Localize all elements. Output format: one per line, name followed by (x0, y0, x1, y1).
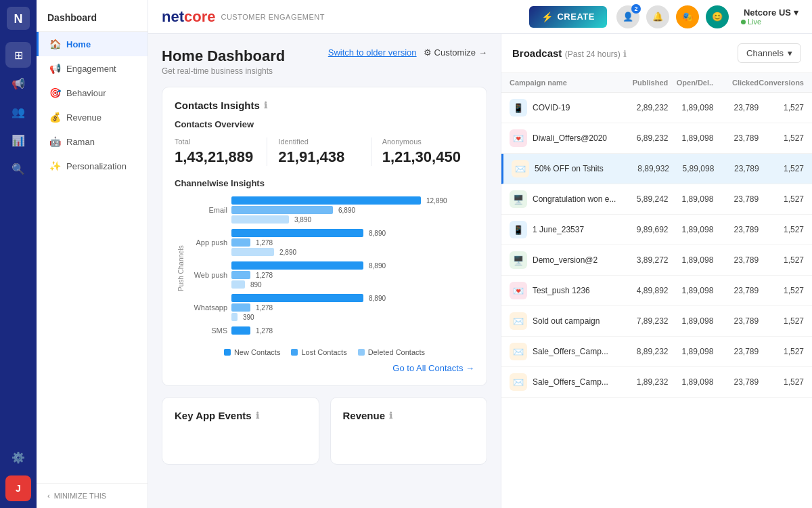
sidebar-item-home[interactable]: 🏠 Home (37, 32, 148, 56)
stat-label-total: Total (175, 137, 256, 146)
bar-value: 8,890 (369, 262, 386, 270)
stat-total: Total 1,43,21,889 (175, 137, 267, 166)
customize-button[interactable]: ⚙ Customize → (424, 47, 487, 58)
col-open: 1,89,098 (669, 377, 714, 387)
bar-label: SMS (187, 326, 227, 335)
bar-deleted (231, 280, 245, 289)
stat-label-anonymous: Anonymous (382, 137, 464, 146)
bar-lost (231, 238, 250, 247)
sidebar-item-engagement[interactable]: 📢 Engagement (37, 56, 148, 81)
home-icon: 🏠 (49, 39, 61, 49)
bar-value: 2,890 (279, 249, 296, 256)
col-conversions: 1,527 (759, 255, 804, 265)
bar-label: Email (187, 206, 227, 214)
broadcast-row: ✉️Sold out campaign7,89,2321,89,09823,78… (501, 306, 812, 337)
col-conversions: 1,527 (759, 133, 804, 143)
sidebar-icon-users[interactable]: 👥 (5, 99, 31, 125)
campaign-name[interactable]: Test_push 1236 (533, 286, 623, 295)
bar-value: 1,278 (256, 272, 273, 279)
sidebar-icon-reports[interactable]: 📊 (5, 127, 31, 153)
chart-row: Whatsapp8,8901,278390 (187, 294, 474, 321)
campaign-name[interactable]: Diwali_Offers@2020 (533, 133, 623, 143)
svg-text:N: N (14, 12, 23, 26)
broadcast-table-header: Campaign name Published Open/Del.. Click… (501, 73, 812, 93)
left-nav: Dashboard 🏠 Home 📢 Engagement 🎯 Behaviou… (37, 0, 148, 508)
col-clicked: 23,789 (714, 164, 759, 173)
sidebar-icon-search[interactable]: 🔍 (5, 156, 31, 182)
bar-line: 3,890 (231, 215, 474, 224)
user-avatar-2[interactable]: 🎭 (676, 5, 699, 28)
broadcast-row: ✉️Sale_Offers_Camp...1,89,2321,89,09823,… (501, 367, 812, 398)
channel-icon: 💌 (510, 129, 527, 147)
col-clicked: 23,789 (713, 377, 759, 387)
col-published: 6,89,232 (623, 133, 669, 143)
bar-lost (231, 303, 250, 312)
notification-bell[interactable]: 🔔 (646, 5, 669, 28)
stat-identified: Identified 21,91,438 (267, 137, 371, 166)
goto-contacts-link[interactable]: Go to All Contacts → (175, 363, 474, 373)
channel-icon: ✉️ (512, 160, 529, 177)
create-button[interactable]: ⚡ CREATE (529, 6, 607, 28)
bar-value: 12,890 (426, 197, 447, 205)
sidebar-item-label: Behaviour (66, 88, 106, 98)
create-label: CREATE (557, 12, 594, 22)
broadcast-row: 💌Diwali_Offers@20206,89,2321,89,09823,78… (501, 123, 812, 154)
sidebar-item-raman[interactable]: 🤖 Raman (37, 129, 148, 154)
switch-version-link[interactable]: Switch to older version (328, 47, 417, 58)
campaign-name[interactable]: Sold out campaign (533, 316, 623, 326)
sidebar-item-behaviour[interactable]: 🎯 Behaviour (37, 81, 148, 105)
sidebar-icon-user-avatar[interactable]: J (5, 475, 31, 501)
sidebar-icon-campaign[interactable]: 📢 (5, 70, 31, 96)
col-published: 5,89,242 (623, 194, 669, 204)
page-subtitle: Get real-time business insights (162, 66, 285, 76)
col-published: 7,89,232 (623, 316, 669, 326)
bars-group: 12,8906,8903,890 (231, 196, 474, 224)
bar-line: 8,890 (231, 294, 474, 302)
channels-dropdown[interactable]: Channels ▾ (738, 43, 801, 63)
user-avatar-3[interactable]: 😊 (706, 5, 729, 28)
bar-line: 8,890 (231, 229, 474, 237)
broadcast-row: ✉️Sale_Offers_Camp...8,89,2321,89,09823,… (501, 337, 812, 367)
bar-line: 1,278 (231, 271, 474, 279)
broadcast-row: ✉️50% OFF on Tshits8,89,9325,89,09823,78… (501, 154, 812, 184)
col-clicked: 23,789 (713, 225, 759, 234)
sidebar-item-personalization[interactable]: ✨ Personalization (37, 154, 148, 178)
revenue-card: Revenue ℹ (330, 397, 488, 465)
sidebar-item-label: Raman (66, 137, 95, 147)
col-header-published: Published (623, 79, 668, 87)
sidebar-item-label: Personalization (66, 161, 127, 171)
channel-icon: 🖥️ (510, 190, 527, 208)
col-open: 1,89,098 (669, 347, 714, 356)
bars-group: 1,278 (231, 326, 474, 335)
sidebar-item-revenue[interactable]: 💰 Revenue (37, 105, 148, 129)
campaign-name[interactable]: 50% OFF on Tshits (535, 164, 625, 173)
legend-color (358, 349, 365, 356)
icon-sidebar: N ⊞ 📢 👥 📊 🔍 ⚙️ J (0, 0, 37, 508)
campaign-name[interactable]: COVID-19 (533, 103, 623, 112)
broadcast-subtitle: (Past 24 hours) (565, 49, 621, 59)
campaign-name[interactable]: 1 June_23537 (533, 225, 623, 234)
chevron-down-icon[interactable]: ▾ (794, 7, 798, 18)
main-content: netcore CUSTOMER ENGAGEMENT ⚡ CREATE 👤 2… (148, 0, 812, 508)
campaign-name[interactable]: Congratulation won e... (533, 194, 623, 204)
bar-value: 8,890 (369, 295, 386, 302)
campaign-name[interactable]: Sale_Offers_Camp... (533, 377, 623, 387)
sidebar-icon-dashboard[interactable]: ⊞ (5, 42, 31, 68)
col-published: 8,89,232 (623, 347, 669, 356)
user-avatar-1[interactable]: 👤 2 (616, 5, 639, 28)
top-header: netcore CUSTOMER ENGAGEMENT ⚡ CREATE 👤 2… (148, 0, 812, 34)
campaign-name[interactable]: Sale_Offers_Camp... (533, 347, 623, 356)
campaign-name[interactable]: Demo_version@2 (533, 255, 623, 265)
minimize-button[interactable]: ‹ MINIMIZE THIS (37, 483, 148, 508)
dashboard-main: Home Dashboard Get real-time business in… (148, 34, 501, 508)
bar-value: 1,278 (256, 304, 273, 312)
app-logo: N (7, 7, 30, 33)
nav-title: Dashboard (37, 0, 148, 32)
legend-color (291, 349, 298, 356)
col-open: 1,89,098 (669, 255, 714, 265)
page-header: Home Dashboard Get real-time business in… (162, 47, 487, 76)
channel-icon: ✉️ (510, 343, 527, 360)
sidebar-icon-settings[interactable]: ⚙️ (5, 444, 31, 470)
stat-label-identified: Identified (278, 137, 359, 146)
stat-value-identified: 21,91,438 (278, 148, 359, 166)
